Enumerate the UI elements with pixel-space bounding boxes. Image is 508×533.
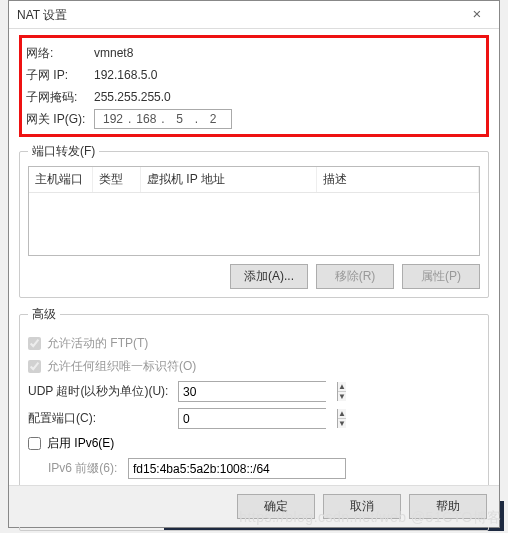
network-label: 网络: [26, 45, 94, 62]
udp-timeout-spinner[interactable]: ▲ ▼ [178, 381, 326, 402]
title-text: NAT 设置 [17, 8, 67, 22]
advanced-legend: 高级 [28, 306, 60, 323]
config-port-input[interactable] [179, 409, 337, 428]
column-description[interactable]: 描述 [317, 167, 479, 192]
enable-ipv6-checkbox[interactable] [28, 437, 41, 450]
ipv6-prefix-label: IPv6 前缀(6): [48, 460, 128, 477]
allow-oui-checkbox[interactable] [28, 360, 41, 373]
config-port-label: 配置端口(C): [28, 410, 178, 427]
column-vm-ip[interactable]: 虚拟机 IP 地址 [141, 167, 317, 192]
chevron-down-icon[interactable]: ▼ [338, 419, 346, 428]
config-port-spinner[interactable]: ▲ ▼ [178, 408, 326, 429]
gateway-label: 网关 IP(G): [26, 111, 94, 128]
titlebar: NAT 设置 × [9, 1, 499, 29]
subnet-ip-label: 子网 IP: [26, 67, 94, 84]
chevron-up-icon[interactable]: ▲ [338, 409, 346, 419]
cancel-button[interactable]: 取消 [323, 494, 401, 519]
ok-button[interactable]: 确定 [237, 494, 315, 519]
allow-oui-label: 允许任何组织唯一标识符(O) [47, 358, 196, 375]
add-button[interactable]: 添加(A)... [230, 264, 308, 289]
udp-timeout-input[interactable] [179, 382, 337, 401]
subnet-mask-label: 子网掩码: [26, 89, 94, 106]
chevron-down-icon[interactable]: ▼ [338, 392, 346, 401]
allow-active-ftp-label: 允许活动的 FTP(T) [47, 335, 148, 352]
ipv6-prefix-input[interactable] [128, 458, 346, 479]
gateway-octet-3[interactable] [165, 112, 195, 126]
properties-button[interactable]: 属性(P) [402, 264, 480, 289]
column-host-port[interactable]: 主机端口 [29, 167, 93, 192]
subnet-ip-value: 192.168.5.0 [94, 68, 157, 82]
help-button[interactable]: 帮助 [409, 494, 487, 519]
nat-settings-dialog: NAT 设置 × 网络: vmnet8 子网 IP: 192.168.5.0 子… [8, 0, 500, 528]
remove-button[interactable]: 移除(R) [316, 264, 394, 289]
dialog-button-bar: 确定 取消 帮助 [9, 485, 499, 527]
subnet-mask-value: 255.255.255.0 [94, 90, 171, 104]
gateway-octet-1[interactable] [98, 112, 128, 126]
enable-ipv6-label: 启用 IPv6(E) [47, 435, 114, 452]
allow-active-ftp-checkbox[interactable] [28, 337, 41, 350]
port-forwarding-group: 端口转发(F) 主机端口 类型 虚拟机 IP 地址 描述 添加(A)... 移除… [19, 143, 489, 298]
udp-timeout-label: UDP 超时(以秒为单位)(U): [28, 383, 178, 400]
port-forwarding-table[interactable]: 主机端口 类型 虚拟机 IP 地址 描述 [28, 166, 480, 256]
chevron-up-icon[interactable]: ▲ [338, 382, 346, 392]
network-highlight-box: 网络: vmnet8 子网 IP: 192.168.5.0 子网掩码: 255.… [19, 35, 489, 137]
network-value: vmnet8 [94, 46, 133, 60]
gateway-ip-input[interactable]: . . . [94, 109, 232, 129]
gateway-octet-4[interactable] [198, 112, 228, 126]
column-type[interactable]: 类型 [93, 167, 141, 192]
gateway-octet-2[interactable] [131, 112, 161, 126]
close-icon[interactable]: × [455, 1, 499, 29]
port-forwarding-legend: 端口转发(F) [28, 143, 99, 160]
